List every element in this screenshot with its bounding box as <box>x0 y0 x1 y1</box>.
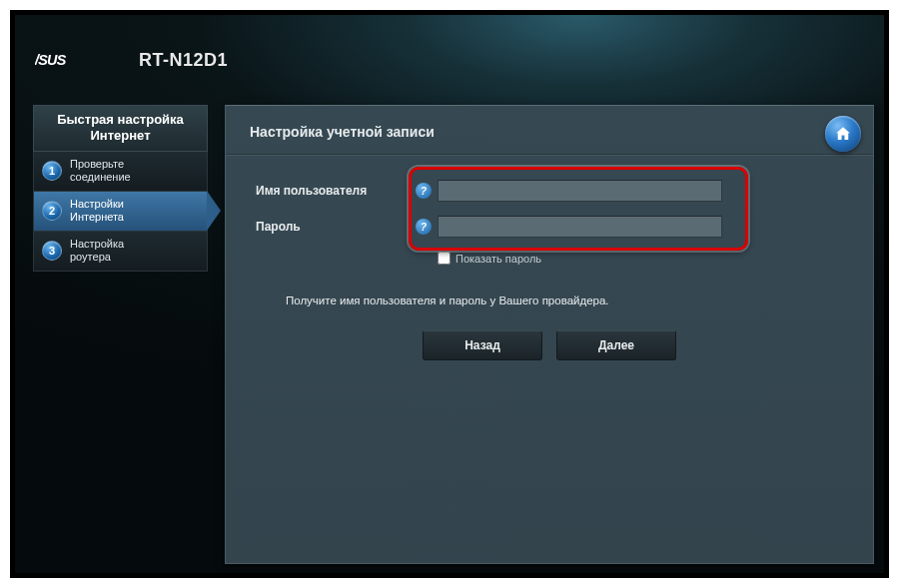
sidebar-title-line2: Интернет <box>38 128 203 144</box>
step-label: Проверьте соединение <box>70 158 131 184</box>
step-internet-settings[interactable]: 2 Настройки Интернета <box>33 192 208 232</box>
hint-icon[interactable]: ? <box>416 183 432 199</box>
step-label: Настройки Интернета <box>70 198 124 224</box>
step-router-settings[interactable]: 3 Настройка роутера <box>33 232 208 272</box>
svg-text:/SUS: /SUS <box>35 52 67 68</box>
home-icon <box>834 125 852 143</box>
panel-title: Настройка учетной записи <box>226 106 873 154</box>
sidebar-title-line1: Быстрая настройка <box>38 112 203 128</box>
username-input[interactable] <box>438 180 722 202</box>
provider-info-text: Получите имя пользователя и пароль у Ваш… <box>286 294 843 306</box>
step-number-badge: 3 <box>42 241 62 261</box>
password-label: Пароль <box>256 220 416 234</box>
step-number-badge: 2 <box>42 201 62 221</box>
step-check-connection[interactable]: 1 Проверьте соединение <box>33 152 208 192</box>
brand-logo: /SUS <box>35 49 121 71</box>
username-label: Имя пользователя <box>256 184 416 198</box>
wizard-sidebar: Быстрая настройка Интернет 1 Проверьте с… <box>33 105 208 272</box>
wizard-buttons: Назад Далее <box>256 330 843 360</box>
password-row: Пароль ? <box>256 216 843 238</box>
account-settings-panel: Настройка учетной записи Имя пользовател… <box>225 105 874 564</box>
step-number-badge: 1 <box>42 161 62 181</box>
hint-icon[interactable]: ? <box>416 219 432 235</box>
app-header: /SUS RT-N12D1 <box>35 30 228 90</box>
credentials-form: Имя пользователя ? Пароль ? Показать пар… <box>226 156 873 384</box>
show-password-label: Показать пароль <box>455 253 541 265</box>
show-password-checkbox[interactable] <box>438 252 450 265</box>
step-label: Настройка роутера <box>70 238 124 264</box>
username-row: Имя пользователя ? <box>256 180 843 202</box>
sidebar-title: Быстрая настройка Интернет <box>33 105 208 152</box>
password-input[interactable] <box>438 216 722 238</box>
back-button[interactable]: Назад <box>423 330 542 360</box>
home-button[interactable] <box>825 116 861 152</box>
model-name: RT-N12D1 <box>139 50 228 71</box>
next-button[interactable]: Далее <box>556 330 676 360</box>
show-password-row: Показать пароль <box>438 252 843 265</box>
